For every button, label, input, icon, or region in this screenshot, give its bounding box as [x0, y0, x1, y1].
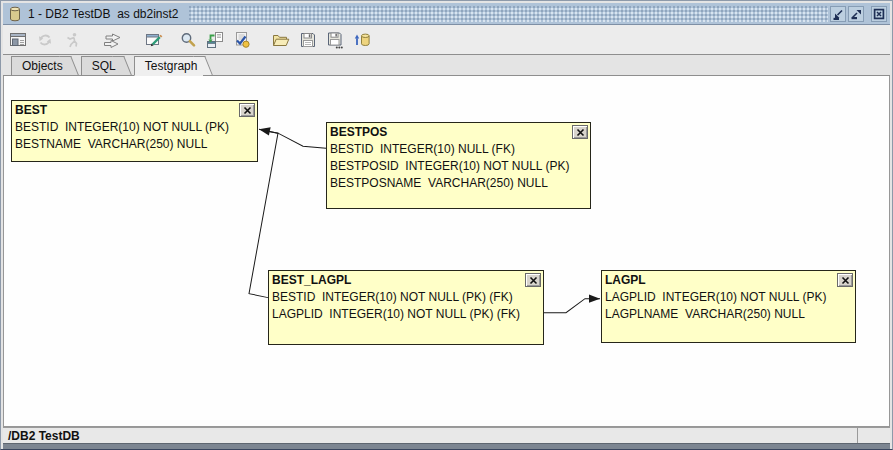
database-cylinder-icon	[8, 6, 22, 22]
tab-label: SQL	[92, 59, 116, 73]
title-bar-texture	[189, 6, 828, 22]
close-icon	[841, 276, 850, 285]
entity-close-button[interactable]	[572, 125, 588, 139]
iconify-icon	[831, 7, 845, 21]
close-icon	[576, 128, 585, 137]
close-icon	[529, 276, 538, 285]
save-as-icon	[326, 31, 344, 49]
entity-field: BESTID INTEGER(10) NOT NULL (PK) (FK)	[272, 289, 540, 306]
edit-window-button[interactable]	[145, 31, 163, 49]
tab-objects[interactable]: Objects	[11, 56, 69, 76]
entity-header: LAGPL	[602, 271, 855, 288]
tab-bar: ObjectsSQLTestgraph	[3, 55, 890, 76]
graph-canvas[interactable]: BESTBESTID INTEGER(10) NOT NULL (PK)BEST…	[3, 76, 890, 427]
transfer-icon	[104, 31, 122, 49]
export-icon	[206, 31, 224, 49]
close-icon	[243, 106, 252, 115]
export-button[interactable]	[206, 31, 224, 49]
entity-field: LAGPLID INTEGER(10) NOT NULL (PK) (FK)	[272, 306, 540, 323]
search-button[interactable]	[179, 31, 197, 49]
transfer-button[interactable]	[104, 31, 122, 49]
maximize-icon	[849, 7, 863, 21]
entity-title: BEST	[15, 103, 47, 118]
entity-fields: LAGPLID INTEGER(10) NOT NULL (PK)LAGPLNA…	[602, 288, 855, 323]
maximize-button[interactable]	[848, 6, 864, 22]
database-refresh-icon	[353, 31, 371, 49]
status-cell	[857, 428, 890, 443]
entity-header: BEST_LAGPL	[269, 271, 543, 288]
entity-field: LAGPLNAME VARCHAR(250) NULL	[605, 306, 852, 323]
run-button[interactable]	[63, 31, 81, 49]
tab-sql[interactable]: SQL	[81, 56, 122, 76]
entity-field: BESTNAME VARCHAR(250) NULL	[15, 136, 254, 153]
refresh-button[interactable]	[36, 31, 54, 49]
entity-field: LAGPLID INTEGER(10) NOT NULL (PK)	[605, 289, 852, 306]
status-bar: /DB2 TestDB	[3, 427, 890, 443]
entity-field: BESTPOSID INTEGER(10) NOT NULL (PK)	[330, 158, 587, 175]
refresh-icon	[36, 31, 54, 49]
db-connection-window: 1 - DB2 TestDB as db2inst2	[0, 0, 893, 450]
entity-field: BESTID INTEGER(10) NULL (FK)	[330, 141, 587, 158]
verify-button[interactable]	[233, 31, 251, 49]
entity-close-button[interactable]	[525, 273, 541, 287]
database-refresh-button[interactable]	[353, 31, 371, 49]
arrowhead-icon	[589, 294, 600, 302]
entity-fields: BESTID INTEGER(10) NOT NULL (PK) (FK)LAG…	[269, 288, 543, 323]
entity-title: BESTPOS	[330, 125, 387, 140]
entity-best[interactable]: BESTBESTID INTEGER(10) NOT NULL (PK)BEST…	[11, 100, 258, 162]
entity-best_lagpl[interactable]: BEST_LAGPLBESTID INTEGER(10) NOT NULL (P…	[268, 270, 544, 345]
status-path: /DB2 TestDB	[3, 429, 857, 443]
tab-testgraph[interactable]: Testgraph	[134, 56, 204, 76]
edit-window-icon	[145, 31, 163, 49]
tab-label: Testgraph	[145, 59, 198, 73]
verify-icon	[233, 31, 251, 49]
save-button[interactable]	[299, 31, 317, 49]
editor-icon	[9, 31, 27, 49]
entity-header: BESTPOS	[327, 123, 590, 140]
close-icon	[872, 7, 886, 21]
save-icon	[299, 31, 317, 49]
entity-title: LAGPL	[605, 273, 646, 288]
entity-close-button[interactable]	[239, 103, 255, 117]
run-icon	[63, 31, 81, 49]
open-folder-icon	[272, 31, 290, 49]
iconify-button[interactable]	[830, 6, 846, 22]
entity-fields: BESTID INTEGER(10) NOT NULL (PK)BESTNAME…	[12, 118, 257, 153]
title-bar[interactable]: 1 - DB2 TestDB as db2inst2	[3, 3, 890, 25]
toolbar	[3, 25, 890, 55]
window-bottom-frame	[3, 443, 890, 449]
save-as-button[interactable]	[326, 31, 344, 49]
search-icon	[179, 31, 197, 49]
entity-lagpl[interactable]: LAGPLLAGPLID INTEGER(10) NOT NULL (PK)LA…	[601, 270, 856, 343]
entity-header: BEST	[12, 101, 257, 118]
editor-button[interactable]	[9, 31, 27, 49]
entity-fields: BESTID INTEGER(10) NULL (FK)BESTPOSID IN…	[327, 140, 590, 192]
window-title: 1 - DB2 TestDB as db2inst2	[28, 7, 179, 21]
entity-field: BESTID INTEGER(10) NOT NULL (PK)	[15, 119, 254, 136]
entity-title: BEST_LAGPL	[272, 273, 351, 288]
close-button[interactable]	[871, 6, 887, 22]
entity-close-button[interactable]	[837, 273, 853, 287]
tab-label: Objects	[22, 59, 63, 73]
entity-field: BESTPOSNAME VARCHAR(250) NULL	[330, 175, 587, 192]
open-folder-button[interactable]	[272, 31, 290, 49]
entity-bestpos[interactable]: BESTPOSBESTID INTEGER(10) NULL (FK)BESTP…	[326, 122, 591, 209]
